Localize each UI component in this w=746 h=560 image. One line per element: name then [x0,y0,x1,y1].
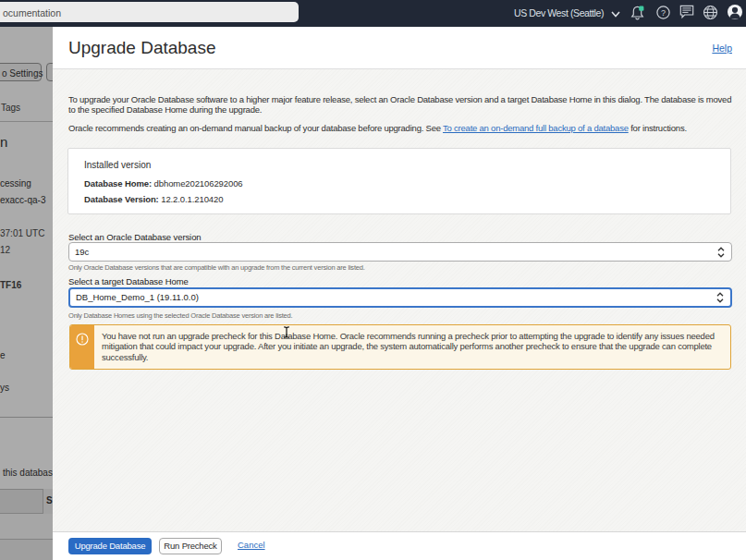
svg-text:?: ? [661,8,666,18]
